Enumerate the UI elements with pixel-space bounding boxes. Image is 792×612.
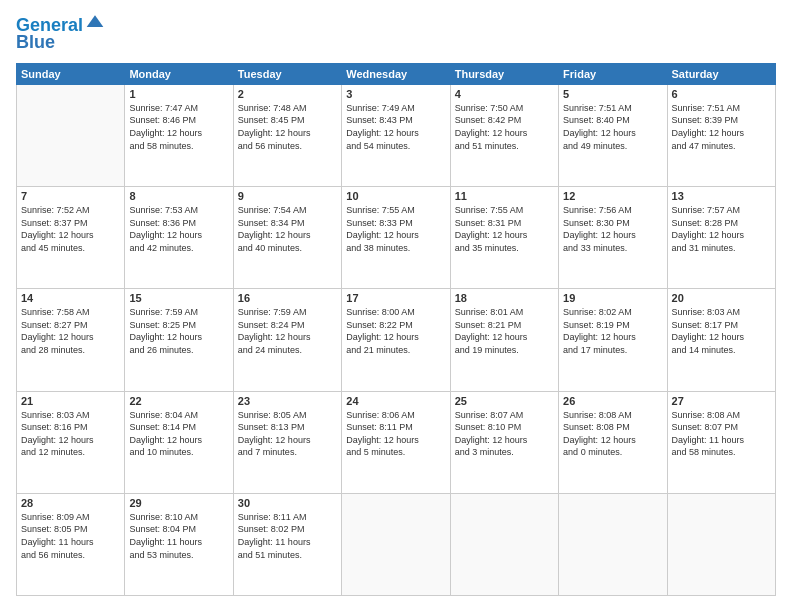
- day-info: Sunrise: 8:10 AM Sunset: 8:04 PM Dayligh…: [129, 511, 228, 561]
- day-number: 14: [21, 292, 120, 304]
- calendar-cell: 10Sunrise: 7:55 AM Sunset: 8:33 PM Dayli…: [342, 187, 450, 289]
- day-info: Sunrise: 7:51 AM Sunset: 8:39 PM Dayligh…: [672, 102, 771, 152]
- weekday-header-monday: Monday: [125, 63, 233, 84]
- day-info: Sunrise: 8:02 AM Sunset: 8:19 PM Dayligh…: [563, 306, 662, 356]
- day-info: Sunrise: 8:11 AM Sunset: 8:02 PM Dayligh…: [238, 511, 337, 561]
- calendar-cell: 29Sunrise: 8:10 AM Sunset: 8:04 PM Dayli…: [125, 493, 233, 595]
- calendar-cell: 25Sunrise: 8:07 AM Sunset: 8:10 PM Dayli…: [450, 391, 558, 493]
- week-row-3: 14Sunrise: 7:58 AM Sunset: 8:27 PM Dayli…: [17, 289, 776, 391]
- calendar-cell: 12Sunrise: 7:56 AM Sunset: 8:30 PM Dayli…: [559, 187, 667, 289]
- calendar-cell: 14Sunrise: 7:58 AM Sunset: 8:27 PM Dayli…: [17, 289, 125, 391]
- calendar-cell: [559, 493, 667, 595]
- day-info: Sunrise: 7:47 AM Sunset: 8:46 PM Dayligh…: [129, 102, 228, 152]
- day-info: Sunrise: 7:54 AM Sunset: 8:34 PM Dayligh…: [238, 204, 337, 254]
- day-number: 18: [455, 292, 554, 304]
- calendar-cell: 26Sunrise: 8:08 AM Sunset: 8:08 PM Dayli…: [559, 391, 667, 493]
- week-row-4: 21Sunrise: 8:03 AM Sunset: 8:16 PM Dayli…: [17, 391, 776, 493]
- calendar-cell: 15Sunrise: 7:59 AM Sunset: 8:25 PM Dayli…: [125, 289, 233, 391]
- calendar-cell: 13Sunrise: 7:57 AM Sunset: 8:28 PM Dayli…: [667, 187, 775, 289]
- calendar-cell: 17Sunrise: 8:00 AM Sunset: 8:22 PM Dayli…: [342, 289, 450, 391]
- calendar-cell: 22Sunrise: 8:04 AM Sunset: 8:14 PM Dayli…: [125, 391, 233, 493]
- day-number: 24: [346, 395, 445, 407]
- day-info: Sunrise: 7:52 AM Sunset: 8:37 PM Dayligh…: [21, 204, 120, 254]
- day-info: Sunrise: 7:55 AM Sunset: 8:33 PM Dayligh…: [346, 204, 445, 254]
- day-info: Sunrise: 8:08 AM Sunset: 8:08 PM Dayligh…: [563, 409, 662, 459]
- calendar-cell: 8Sunrise: 7:53 AM Sunset: 8:36 PM Daylig…: [125, 187, 233, 289]
- weekday-header-wednesday: Wednesday: [342, 63, 450, 84]
- day-number: 15: [129, 292, 228, 304]
- calendar-cell: [667, 493, 775, 595]
- calendar-cell: 21Sunrise: 8:03 AM Sunset: 8:16 PM Dayli…: [17, 391, 125, 493]
- day-number: 30: [238, 497, 337, 509]
- day-number: 26: [563, 395, 662, 407]
- logo-icon: [85, 12, 105, 32]
- day-number: 19: [563, 292, 662, 304]
- day-info: Sunrise: 7:58 AM Sunset: 8:27 PM Dayligh…: [21, 306, 120, 356]
- calendar-cell: [450, 493, 558, 595]
- calendar-cell: 1Sunrise: 7:47 AM Sunset: 8:46 PM Daylig…: [125, 84, 233, 186]
- svg-marker-0: [87, 15, 104, 27]
- calendar-cell: 24Sunrise: 8:06 AM Sunset: 8:11 PM Dayli…: [342, 391, 450, 493]
- day-info: Sunrise: 8:08 AM Sunset: 8:07 PM Dayligh…: [672, 409, 771, 459]
- day-info: Sunrise: 8:00 AM Sunset: 8:22 PM Dayligh…: [346, 306, 445, 356]
- day-info: Sunrise: 7:50 AM Sunset: 8:42 PM Dayligh…: [455, 102, 554, 152]
- calendar-cell: 6Sunrise: 7:51 AM Sunset: 8:39 PM Daylig…: [667, 84, 775, 186]
- day-number: 23: [238, 395, 337, 407]
- week-row-5: 28Sunrise: 8:09 AM Sunset: 8:05 PM Dayli…: [17, 493, 776, 595]
- weekday-header-tuesday: Tuesday: [233, 63, 341, 84]
- calendar-cell: 4Sunrise: 7:50 AM Sunset: 8:42 PM Daylig…: [450, 84, 558, 186]
- day-number: 21: [21, 395, 120, 407]
- day-info: Sunrise: 7:53 AM Sunset: 8:36 PM Dayligh…: [129, 204, 228, 254]
- day-number: 11: [455, 190, 554, 202]
- page: General Blue SundayMondayTuesdayWednesda…: [0, 0, 792, 612]
- day-info: Sunrise: 8:04 AM Sunset: 8:14 PM Dayligh…: [129, 409, 228, 459]
- calendar-cell: [342, 493, 450, 595]
- weekday-header-thursday: Thursday: [450, 63, 558, 84]
- calendar-cell: 19Sunrise: 8:02 AM Sunset: 8:19 PM Dayli…: [559, 289, 667, 391]
- day-number: 3: [346, 88, 445, 100]
- day-info: Sunrise: 8:03 AM Sunset: 8:17 PM Dayligh…: [672, 306, 771, 356]
- calendar-cell: 7Sunrise: 7:52 AM Sunset: 8:37 PM Daylig…: [17, 187, 125, 289]
- day-info: Sunrise: 7:49 AM Sunset: 8:43 PM Dayligh…: [346, 102, 445, 152]
- logo: General Blue: [16, 16, 105, 53]
- calendar-cell: 28Sunrise: 8:09 AM Sunset: 8:05 PM Dayli…: [17, 493, 125, 595]
- day-info: Sunrise: 8:03 AM Sunset: 8:16 PM Dayligh…: [21, 409, 120, 459]
- week-row-2: 7Sunrise: 7:52 AM Sunset: 8:37 PM Daylig…: [17, 187, 776, 289]
- day-number: 29: [129, 497, 228, 509]
- calendar-cell: 11Sunrise: 7:55 AM Sunset: 8:31 PM Dayli…: [450, 187, 558, 289]
- day-info: Sunrise: 7:51 AM Sunset: 8:40 PM Dayligh…: [563, 102, 662, 152]
- day-number: 10: [346, 190, 445, 202]
- calendar-cell: 30Sunrise: 8:11 AM Sunset: 8:02 PM Dayli…: [233, 493, 341, 595]
- calendar-cell: 16Sunrise: 7:59 AM Sunset: 8:24 PM Dayli…: [233, 289, 341, 391]
- day-number: 6: [672, 88, 771, 100]
- calendar-cell: [17, 84, 125, 186]
- calendar-cell: 23Sunrise: 8:05 AM Sunset: 8:13 PM Dayli…: [233, 391, 341, 493]
- day-info: Sunrise: 8:06 AM Sunset: 8:11 PM Dayligh…: [346, 409, 445, 459]
- calendar-cell: 20Sunrise: 8:03 AM Sunset: 8:17 PM Dayli…: [667, 289, 775, 391]
- day-number: 27: [672, 395, 771, 407]
- day-number: 5: [563, 88, 662, 100]
- weekday-header-saturday: Saturday: [667, 63, 775, 84]
- day-number: 1: [129, 88, 228, 100]
- day-number: 4: [455, 88, 554, 100]
- day-number: 17: [346, 292, 445, 304]
- day-number: 16: [238, 292, 337, 304]
- day-number: 8: [129, 190, 228, 202]
- day-info: Sunrise: 7:59 AM Sunset: 8:25 PM Dayligh…: [129, 306, 228, 356]
- day-number: 2: [238, 88, 337, 100]
- calendar-cell: 2Sunrise: 7:48 AM Sunset: 8:45 PM Daylig…: [233, 84, 341, 186]
- calendar-cell: 3Sunrise: 7:49 AM Sunset: 8:43 PM Daylig…: [342, 84, 450, 186]
- day-info: Sunrise: 7:48 AM Sunset: 8:45 PM Dayligh…: [238, 102, 337, 152]
- weekday-header-row: SundayMondayTuesdayWednesdayThursdayFrid…: [17, 63, 776, 84]
- day-number: 28: [21, 497, 120, 509]
- weekday-header-friday: Friday: [559, 63, 667, 84]
- day-info: Sunrise: 8:01 AM Sunset: 8:21 PM Dayligh…: [455, 306, 554, 356]
- calendar-cell: 27Sunrise: 8:08 AM Sunset: 8:07 PM Dayli…: [667, 391, 775, 493]
- day-number: 9: [238, 190, 337, 202]
- day-number: 22: [129, 395, 228, 407]
- day-info: Sunrise: 7:57 AM Sunset: 8:28 PM Dayligh…: [672, 204, 771, 254]
- day-info: Sunrise: 8:05 AM Sunset: 8:13 PM Dayligh…: [238, 409, 337, 459]
- day-info: Sunrise: 7:59 AM Sunset: 8:24 PM Dayligh…: [238, 306, 337, 356]
- week-row-1: 1Sunrise: 7:47 AM Sunset: 8:46 PM Daylig…: [17, 84, 776, 186]
- day-number: 12: [563, 190, 662, 202]
